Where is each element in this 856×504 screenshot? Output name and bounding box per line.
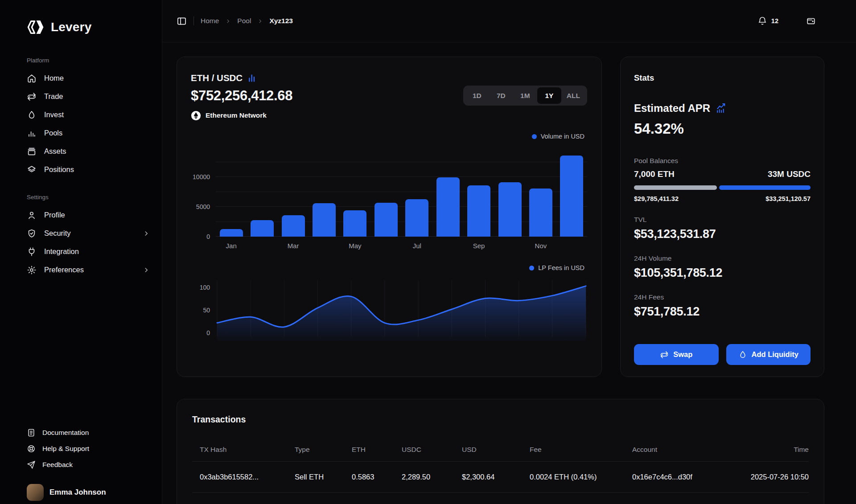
notifications-button[interactable]: 12 xyxy=(757,16,778,26)
sidebar-item-trade[interactable]: Trade xyxy=(27,87,150,106)
stats-title: Stats xyxy=(634,73,811,83)
column-chart-icon xyxy=(247,74,257,83)
tvl-block: TVL $53,123,531.87 xyxy=(634,216,811,241)
add-liquidity-button[interactable]: Add Liquidity xyxy=(726,344,811,365)
table-row[interactable]: 0x4cba5c982b...Sell ETH2.514210,733.98$1… xyxy=(192,492,809,504)
sidebar-item-assets[interactable]: Assets xyxy=(27,142,150,160)
pool-balance-bar-eth xyxy=(634,185,717,190)
apr-value: 54.32% xyxy=(634,120,811,138)
table-row[interactable]: 0x3ab3b615582...Sell ETH0.58632,289.50$2… xyxy=(192,461,809,492)
sidebar-item-label: Integration xyxy=(44,247,79,256)
sidebar-item-label: Feedback xyxy=(42,461,73,469)
volume-bar-jun[interactable] xyxy=(374,203,398,237)
tvl-value: $53,123,531.87 xyxy=(634,227,811,241)
sidebar-item-label: Preferences xyxy=(44,266,84,274)
volume-y-axis: 0500010000 xyxy=(191,141,216,237)
pool-chart-card: ETH / USDC $752,256,412.68 Ethereum Netw… xyxy=(177,57,602,377)
x-tick-label xyxy=(494,242,525,252)
x-tick-label: Jan xyxy=(216,242,247,252)
volume-bar-aug[interactable] xyxy=(436,177,460,237)
range-1y[interactable]: 1Y xyxy=(537,87,561,104)
tx-cell: 2,289.50 xyxy=(402,473,462,481)
y-tick-label: 100 xyxy=(200,283,210,292)
range-1d[interactable]: 1D xyxy=(465,87,489,104)
legend-label: LP Fees in USD xyxy=(538,264,584,271)
sidebar-item-profile[interactable]: Profile xyxy=(27,206,150,224)
apr-label: Estimated APR xyxy=(634,102,710,115)
volume-bar-nov[interactable] xyxy=(529,188,552,237)
x-tick-label: Sep xyxy=(463,242,494,252)
volume-bar-mar[interactable] xyxy=(282,215,305,237)
avatar xyxy=(27,484,44,501)
sidebar: Levery Platform Home Trade Invest Pools xyxy=(0,0,162,504)
trending-up-icon xyxy=(716,103,727,114)
chevron-right-icon xyxy=(225,18,231,25)
fees-y-axis: 050100 xyxy=(191,272,216,341)
preferences-icon xyxy=(27,265,37,275)
breadcrumb-pool[interactable]: Pool xyxy=(237,17,251,25)
security-icon xyxy=(27,229,37,238)
volume-24h-value: $105,351,785.12 xyxy=(634,266,811,280)
volume-bar-jul[interactable] xyxy=(405,199,428,237)
x-tick-label xyxy=(247,242,277,252)
fees-24h-value: $751,785.12 xyxy=(634,305,811,319)
user-menu[interactable]: Emma Johnson xyxy=(27,481,150,504)
range-1m[interactable]: 1M xyxy=(513,87,537,104)
column-header-eth: ETH xyxy=(352,446,402,454)
volume-bar-jan[interactable] xyxy=(220,229,243,237)
pools-icon xyxy=(27,128,37,138)
sidebar-item-invest[interactable]: Invest xyxy=(27,106,150,124)
volume-bar-sep[interactable] xyxy=(467,185,490,237)
profile-icon xyxy=(27,210,37,220)
fees-24h-block: 24H Fees $751,785.12 xyxy=(634,293,811,319)
wallet-button[interactable] xyxy=(806,16,816,26)
nav-section-label: Platform xyxy=(27,57,150,64)
network-label: Ethereum Network xyxy=(206,111,267,119)
column-header-tx-hash: TX Hash xyxy=(200,446,295,454)
volume-bar-feb[interactable] xyxy=(251,220,274,237)
sidebar-item-preferences[interactable]: Preferences xyxy=(27,261,150,279)
sidebar-item-help-support[interactable]: Help & Support xyxy=(27,441,150,457)
volume-legend: Volume in USD xyxy=(191,132,587,141)
gridline xyxy=(216,162,587,162)
network-row: Ethereum Network xyxy=(191,110,587,121)
fees-legend: LP Fees in USD xyxy=(191,263,587,272)
notification-count: 12 xyxy=(771,17,778,25)
help-icon xyxy=(27,444,36,453)
sidebar-item-feedback[interactable]: Feedback xyxy=(27,457,150,473)
bell-icon xyxy=(757,16,767,26)
range-7d[interactable]: 7D xyxy=(489,87,513,104)
volume-bar-may[interactable] xyxy=(343,210,366,237)
pool-balances-usd-row: $29,785,411.32 $33,251,120.57 xyxy=(634,195,811,202)
main-area: HomePoolXyz123 12 ETH / USDC $752,256,41… xyxy=(162,0,856,504)
nav-section-settings: Settings Profile Security Integration Pr… xyxy=(27,194,150,279)
stats-card: Stats Estimated APR 54.32% Pool Balances… xyxy=(620,57,824,377)
sidebar-item-positions[interactable]: Positions xyxy=(27,160,150,179)
y-tick-label: 10000 xyxy=(193,172,210,181)
swap-button[interactable]: Swap xyxy=(634,344,719,365)
sidebar-item-integration[interactable]: Integration xyxy=(27,242,150,261)
home-icon xyxy=(27,74,37,83)
topbar-actions: 12 xyxy=(757,16,816,26)
volume-bar-apr[interactable] xyxy=(313,203,336,237)
range-all[interactable]: ALL xyxy=(561,87,585,104)
sidebar-item-label: Profile xyxy=(44,211,65,219)
integration-icon xyxy=(27,247,37,257)
app-root: Levery Platform Home Trade Invest Pools xyxy=(0,0,856,504)
column-header-type: Type xyxy=(295,446,352,454)
breadcrumb-home[interactable]: Home xyxy=(201,17,219,25)
sidebar-item-home[interactable]: Home xyxy=(27,69,150,87)
column-header-fee: Fee xyxy=(530,446,632,454)
pool-balance-bar-usdc xyxy=(719,185,811,190)
volume-bar-oct[interactable] xyxy=(498,182,522,237)
volume-bar-dec[interactable] xyxy=(560,156,583,237)
sidebar-toggle-button[interactable] xyxy=(177,16,187,26)
eth-balance-usd: $29,785,411.32 xyxy=(634,195,679,202)
sidebar-item-documentation[interactable]: Documentation xyxy=(27,425,150,441)
sidebar-item-pools[interactable]: Pools xyxy=(27,124,150,142)
sidebar-item-label: Positions xyxy=(44,165,74,174)
sidebar-item-label: Home xyxy=(44,74,64,82)
x-tick-label: Jul xyxy=(402,242,432,252)
positions-icon xyxy=(27,165,37,175)
sidebar-item-security[interactable]: Security xyxy=(27,224,150,242)
